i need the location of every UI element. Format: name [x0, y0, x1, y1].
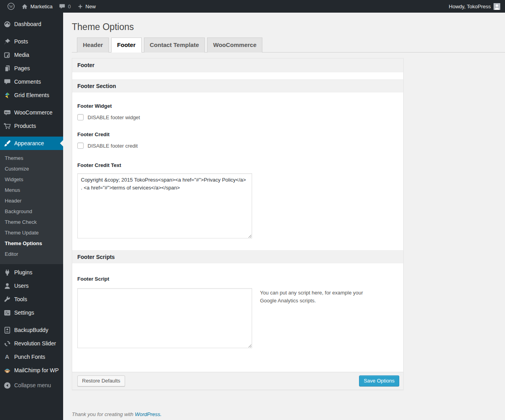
site-name-link[interactable]: Marketica: [18, 0, 56, 13]
howdy-account-label[interactable]: Howdy, TokoPress: [449, 4, 491, 9]
new-label: New: [86, 4, 96, 9]
footer-scripts-header[interactable]: Footer Scripts: [72, 250, 403, 263]
tab-woocommerce[interactable]: WooCommerce: [207, 38, 262, 52]
appearance-submenu: Themes Customize Widgets Menus Header Ba…: [0, 150, 63, 264]
tab-bar: Header Footer Contact Template WooCommer…: [72, 38, 505, 52]
sidebar-item-label: BackupBuddy: [14, 327, 48, 333]
tab-contact-template[interactable]: Contact Template: [144, 38, 205, 52]
collapse-arrow-icon: [3, 381, 11, 389]
sidebar-item-pages[interactable]: Pages: [0, 62, 63, 75]
submenu-item-menus[interactable]: Menus: [0, 185, 63, 195]
dashboard-icon: [3, 20, 11, 28]
admin-footer: Thank you for creating with WordPress. V…: [72, 411, 505, 417]
sidebar-item-label: Comments: [14, 79, 41, 85]
submenu-item-customize[interactable]: Customize: [0, 163, 63, 174]
sidebar-item-label: WooCommerce: [14, 109, 52, 116]
sidebar-item-label: Appearance: [14, 140, 44, 146]
restore-defaults-button[interactable]: Restore Defaults: [77, 375, 125, 386]
home-icon: [21, 3, 28, 10]
sidebar-item-appearance[interactable]: Appearance: [0, 137, 63, 150]
sidebar-item-grid-elements[interactable]: Grid Elements: [0, 88, 63, 102]
panel-gap: [72, 72, 403, 79]
sidebar-item-comments[interactable]: Comments: [0, 75, 63, 88]
submenu-item-themes[interactable]: Themes: [0, 153, 63, 163]
site-name-label: Marketica: [30, 4, 52, 9]
save-options-button[interactable]: Save Options: [359, 375, 399, 386]
svg-text:W: W: [9, 4, 13, 9]
footer-scripts-body: Footer Script You can put any script her…: [72, 263, 403, 372]
thank-you-text: Thank you for creating with WordPress.: [72, 411, 162, 417]
sidebar-item-label: Dashboard: [14, 21, 41, 27]
sidebar-item-label: Tools: [14, 296, 27, 302]
sidebar-item-backupbuddy[interactable]: BackupBuddy: [0, 323, 63, 337]
woocommerce-icon: Woo: [3, 109, 11, 116]
user-icon: [3, 282, 11, 290]
collapse-menu-button[interactable]: Collapse menu: [0, 379, 63, 392]
settings-icon: [3, 309, 11, 317]
sidebar-item-mailchimp[interactable]: MailChimp for WP: [0, 364, 63, 377]
sidebar-item-posts[interactable]: Posts: [0, 35, 63, 48]
footer-credit-text-textarea[interactable]: Copyright &copy; 2015 TokoPress<span><a …: [77, 173, 252, 238]
new-content-button[interactable]: New: [74, 0, 99, 13]
submenu-item-theme-check[interactable]: Theme Check: [0, 217, 63, 227]
submenu-item-theme-options[interactable]: Theme Options: [0, 238, 63, 249]
sidebar-item-settings[interactable]: Settings: [0, 306, 63, 319]
disable-footer-widget-checkbox[interactable]: [77, 114, 84, 120]
comments-icon: [3, 78, 11, 86]
disable-footer-widget-text: DISABLE footer widget: [88, 114, 140, 120]
footer-script-description: You can put any script here, for example…: [260, 288, 380, 348]
plus-icon: [77, 4, 83, 9]
user-avatar[interactable]: [494, 3, 500, 10]
sidebar-item-revolution-slider[interactable]: Revolution Slider: [0, 337, 63, 350]
panel-title[interactable]: Footer: [72, 58, 403, 72]
sidebar-item-punch-fonts[interactable]: A Punch Fonts: [0, 350, 63, 364]
sidebar-item-label: Users: [14, 283, 29, 289]
tab-header[interactable]: Header: [77, 38, 109, 52]
footer-widget-label: Footer Widget: [77, 103, 398, 109]
footer-section-header[interactable]: Footer Section: [72, 79, 403, 92]
appearance-brush-icon: [3, 139, 11, 147]
disable-footer-credit-text: DISABLE footer credit: [88, 143, 138, 149]
main-content: Theme Options Header Footer Contact Temp…: [63, 13, 505, 420]
page-title: Theme Options: [72, 13, 505, 38]
wordpress-link[interactable]: WordPress.: [135, 411, 162, 417]
comment-count: 0: [68, 4, 71, 9]
panel-actions-bar: Restore Defaults Save Options: [72, 372, 403, 390]
pin-icon: [3, 38, 11, 45]
footer-credit-text-label: Footer Credit Text: [77, 162, 398, 168]
sidebar-item-label: Settings: [14, 309, 34, 316]
submenu-item-theme-update[interactable]: Theme Update: [0, 227, 63, 238]
svg-text:Woo: Woo: [5, 111, 9, 113]
sidebar-item-tools[interactable]: Tools: [0, 292, 63, 306]
sidebar-item-dashboard[interactable]: Dashboard: [0, 17, 63, 31]
sidebar-item-label: Punch Fonts: [14, 354, 45, 360]
comment-bubble-icon: [59, 3, 65, 10]
submenu-item-background[interactable]: Background: [0, 206, 63, 217]
backup-drive-icon: [3, 326, 11, 334]
footer-script-textarea[interactable]: [77, 288, 252, 348]
sidebar-item-users[interactable]: Users: [0, 279, 63, 292]
footer-credit-label: Footer Credit: [77, 131, 398, 137]
wordpress-logo-menu[interactable]: W: [4, 0, 18, 13]
submenu-item-widgets[interactable]: Widgets: [0, 174, 63, 185]
sidebar-item-label: Collapse menu: [14, 382, 51, 388]
sidebar-item-label: MailChimp for WP: [14, 367, 59, 373]
mailchimp-monkey-icon: [3, 366, 11, 374]
sidebar-item-plugins[interactable]: Plugins: [0, 266, 63, 279]
wordpress-logo-icon: W: [7, 2, 15, 10]
sidebar-item-label: Plugins: [14, 269, 32, 276]
comments-bubble[interactable]: 0: [56, 0, 74, 13]
sidebar-item-label: Posts: [14, 38, 28, 45]
admin-sidebar: Dashboard Posts Media Pages Comments: [0, 13, 63, 420]
sidebar-item-media[interactable]: Media: [0, 48, 63, 62]
footer-script-label: Footer Script: [77, 276, 398, 282]
tab-footer[interactable]: Footer: [111, 38, 142, 52]
sidebar-item-woocommerce[interactable]: Woo WooCommerce: [0, 106, 63, 119]
submenu-item-header[interactable]: Header: [0, 195, 63, 206]
sidebar-item-label: Grid Elements: [14, 92, 49, 98]
sidebar-item-label: Products: [14, 123, 36, 129]
disable-footer-credit-checkbox[interactable]: [77, 142, 84, 149]
plugin-icon: [3, 268, 11, 276]
sidebar-item-products[interactable]: Products: [0, 119, 63, 133]
submenu-item-editor[interactable]: Editor: [0, 249, 63, 259]
